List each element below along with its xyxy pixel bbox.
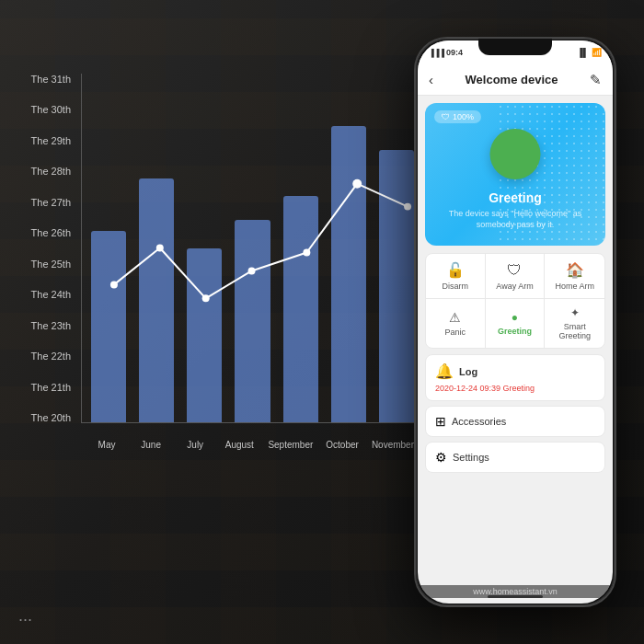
home-indicator xyxy=(488,595,543,598)
x-label-november: November xyxy=(372,440,414,450)
y-label-20: The 20th xyxy=(18,412,78,423)
y-label-21: The 21th xyxy=(18,382,78,393)
x-labels: May June July August September October N… xyxy=(91,440,414,450)
hero-circle xyxy=(490,129,541,179)
y-label-30: The 30th xyxy=(18,104,78,115)
battery-icon: ▐▌ xyxy=(577,48,589,57)
bar-august xyxy=(235,220,270,422)
bar-october xyxy=(331,126,366,422)
panic-label: Panic xyxy=(445,328,466,337)
y-label-22: The 22th xyxy=(18,351,78,362)
phone-wrapper: ▐▐▐ 09:4 ▐▌ 📶 ‹ Welcome device ✎ 🛡 xyxy=(414,37,616,607)
status-time: 09:4 xyxy=(446,48,463,57)
bar-november xyxy=(379,150,414,422)
log-entry: 2020-12-24 09:39 Greeting xyxy=(435,384,595,393)
back-button[interactable]: ‹ xyxy=(429,72,433,87)
disarm-label: Disarm xyxy=(443,282,469,291)
y-label-23: The 23th xyxy=(18,320,78,331)
bar-may xyxy=(91,231,126,422)
app-header: ‹ Welcome device ✎ xyxy=(418,64,613,96)
y-label-26: The 26th xyxy=(18,227,78,238)
hero-subtitle: The device says "Hello welcome" as someb… xyxy=(425,208,605,231)
log-title: Log xyxy=(459,366,477,377)
bars-container xyxy=(91,74,414,422)
y-label-25: The 25th xyxy=(18,259,78,270)
phone-screen: ▐▐▐ 09:4 ▐▌ 📶 ‹ Welcome device ✎ 🛡 xyxy=(418,40,613,604)
chart-section: The 31th The 30th The 29th The 28th The … xyxy=(18,74,414,488)
bar-july xyxy=(187,248,222,423)
hero-badge: 🛡 100% xyxy=(434,110,481,123)
action-smart-greeting[interactable]: ✦ Smart Greeting xyxy=(545,299,604,348)
home-arm-label: Home Arm xyxy=(555,282,594,291)
phone-outer: ▐▐▐ 09:4 ▐▌ 📶 ‹ Welcome device ✎ 🛡 xyxy=(414,37,616,607)
x-label-september: September xyxy=(268,440,313,450)
hero-text: Greeting The device says "Hello welcome"… xyxy=(425,190,605,231)
smart-greeting-label: Smart Greeting xyxy=(548,322,601,340)
accessories-item[interactable]: ⊞ Accessories xyxy=(425,406,605,437)
smart-greeting-icon: ✦ xyxy=(570,306,580,319)
bar-june xyxy=(139,178,174,422)
accessories-icon: ⊞ xyxy=(435,414,446,429)
hero-title: Greeting xyxy=(425,190,605,205)
chart-y-axis: The 31th The 30th The 29th The 28th The … xyxy=(18,74,78,423)
x-label-august: August xyxy=(224,440,255,450)
x-label-june: June xyxy=(135,440,167,450)
status-right: ▐▌ 📶 xyxy=(577,48,602,57)
hero-card: 🛡 100% Greeting The device says "Hello w… xyxy=(425,103,605,246)
x-label-october: October xyxy=(326,440,359,450)
settings-icon: ⚙ xyxy=(435,450,447,465)
greeting-icon: ● xyxy=(512,311,518,324)
panic-icon: ⚠ xyxy=(449,310,461,325)
greeting-label: Greeting xyxy=(498,327,532,336)
y-label-24: The 24th xyxy=(18,289,78,300)
log-header: 🔔 Log xyxy=(435,362,595,380)
log-section: 🔔 Log 2020-12-24 09:39 Greeting xyxy=(425,354,605,401)
chart-area: May June July August September October N… xyxy=(81,74,414,423)
hero-badge-text: 100% xyxy=(453,112,474,121)
action-greeting[interactable]: ● Greeting xyxy=(486,299,546,348)
phone-notch xyxy=(478,39,552,55)
y-label-27: The 27th xyxy=(18,197,78,208)
wifi-icon: 📶 xyxy=(592,48,602,57)
chart-dots: ... xyxy=(18,606,32,626)
x-label-july: July xyxy=(179,440,211,450)
settings-item[interactable]: ⚙ Settings xyxy=(425,442,605,473)
away-arm-label: Away Arm xyxy=(496,282,533,291)
edit-button[interactable]: ✎ xyxy=(590,72,602,88)
action-grid: 🔓 Disarm 🛡 Away Arm 🏠 Home Arm ⚠ Panic ● xyxy=(425,253,605,349)
away-arm-icon: 🛡 xyxy=(507,262,522,279)
x-label-may: May xyxy=(91,440,122,450)
settings-label: Settings xyxy=(453,452,489,463)
status-left: ▐▐▐ 09:4 xyxy=(429,48,463,57)
action-disarm[interactable]: 🔓 Disarm xyxy=(426,254,486,299)
bar-september xyxy=(283,196,318,422)
action-away-arm[interactable]: 🛡 Away Arm xyxy=(486,254,546,299)
y-label-29: The 29th xyxy=(18,135,78,146)
header-title: Welcome device xyxy=(466,73,558,86)
accessories-label: Accessories xyxy=(452,416,506,427)
log-icon: 🔔 xyxy=(435,362,454,380)
disarm-icon: 🔓 xyxy=(446,261,465,279)
hero-badge-icon: 🛡 xyxy=(442,112,450,121)
signal-icon: ▐▐▐ xyxy=(429,49,444,57)
home-arm-icon: 🏠 xyxy=(566,261,584,279)
y-label-31: The 31th xyxy=(18,74,78,85)
action-home-arm[interactable]: 🏠 Home Arm xyxy=(545,254,604,299)
action-panic[interactable]: ⚠ Panic xyxy=(426,299,486,348)
y-label-28: The 28th xyxy=(18,166,78,177)
